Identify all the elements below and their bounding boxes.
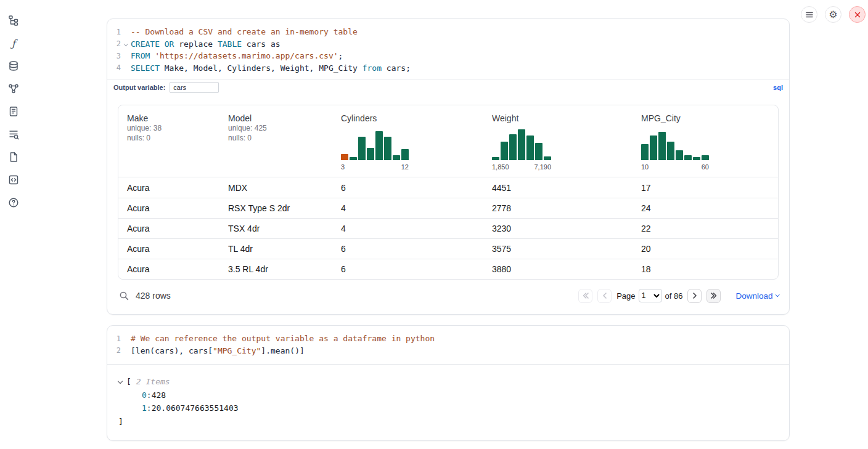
line-number: 2 xyxy=(107,39,121,48)
table-cell: Acura xyxy=(118,219,219,238)
double-chevron-left-icon xyxy=(581,291,590,300)
table-cell: Acura xyxy=(118,259,219,279)
language-badge[interactable]: sql xyxy=(773,84,783,91)
table-cell: TSX 4dr xyxy=(219,219,332,238)
variables-icon[interactable]: ƒ xyxy=(6,36,21,51)
token-comment: # We can reference the output variable a… xyxy=(131,334,435,343)
line-number: 3 xyxy=(107,52,121,60)
tree-entry-key: 0 xyxy=(142,389,147,402)
download-button[interactable]: Download xyxy=(735,291,779,301)
first-page-button[interactable] xyxy=(578,289,592,303)
column-label[interactable]: Model xyxy=(228,113,332,123)
code-text[interactable]: -- Download a CSV and create an in-memor… xyxy=(131,27,358,36)
histogram-bar[interactable] xyxy=(509,134,517,160)
token-plain: cars as xyxy=(242,39,280,49)
fold-indicator[interactable] xyxy=(121,42,131,46)
histogram-bar[interactable] xyxy=(384,137,391,160)
histogram-bar[interactable] xyxy=(350,157,357,160)
table-cell: TL 4dr xyxy=(219,239,332,259)
token-plain: [len(cars), cars[ xyxy=(131,346,213,355)
hist-min-label: 10 xyxy=(641,163,649,171)
column-label[interactable]: MPG_City xyxy=(641,113,778,123)
previous-page-button[interactable] xyxy=(597,289,612,303)
histogram-bar[interactable] xyxy=(693,157,700,160)
table-cell: 24 xyxy=(633,198,778,218)
column-header-cylinders: Cylinders312 xyxy=(332,113,483,171)
histogram-bar[interactable] xyxy=(526,136,534,160)
documentation-icon[interactable] xyxy=(6,150,21,164)
datasources-icon[interactable] xyxy=(6,59,21,73)
table-row[interactable]: AcuraTL 4dr6357520 xyxy=(118,238,778,259)
row-count: 428 rows xyxy=(136,291,171,301)
token-keyword: TABLE xyxy=(218,39,242,49)
table-of-contents-icon[interactable] xyxy=(6,127,21,142)
snippets-icon[interactable] xyxy=(6,172,21,187)
shutdown-button[interactable] xyxy=(849,6,866,23)
table-cell: 4 xyxy=(332,198,483,218)
next-page-button[interactable] xyxy=(687,289,702,303)
column-header-mpg_city: MPG_City1060 xyxy=(633,113,778,171)
histogram-bar[interactable] xyxy=(518,129,525,160)
histogram-bar[interactable] xyxy=(501,142,508,160)
last-page-button[interactable] xyxy=(706,289,721,303)
histogram-bar[interactable] xyxy=(341,154,348,160)
python-code-editor[interactable]: 1# We can reference the output variable … xyxy=(107,326,789,365)
histogram-bar[interactable] xyxy=(641,144,649,160)
histogram-bar[interactable] xyxy=(676,150,683,160)
histogram-bar[interactable] xyxy=(544,156,551,160)
histogram-bar[interactable] xyxy=(702,155,709,160)
histogram-bar[interactable] xyxy=(358,137,366,160)
table-row[interactable]: Acura3.5 RL 4dr6388018 xyxy=(118,259,778,279)
scratchpad-icon[interactable] xyxy=(6,104,21,119)
histogram-bar[interactable] xyxy=(667,142,674,160)
table-cell: 4451 xyxy=(483,177,633,198)
code-text[interactable]: CREATE OR replace TABLE cars as xyxy=(131,39,280,49)
column-label[interactable]: Weight xyxy=(492,113,633,123)
histogram-bar[interactable] xyxy=(684,155,692,160)
histogram-bar[interactable] xyxy=(658,132,666,160)
code-text[interactable]: [len(cars), cars["MPG_City"].mean()] xyxy=(131,346,305,355)
table-row[interactable]: AcuraTSX 4dr4323022 xyxy=(118,218,778,238)
pagination: Page 1 of 86 Download xyxy=(578,289,779,303)
token-plain: ].mean()] xyxy=(261,346,304,355)
table-cell: 17 xyxy=(633,177,778,198)
histogram-bar[interactable] xyxy=(393,155,400,160)
table-row[interactable]: AcuraMDX6445117 xyxy=(118,177,778,198)
sql-cell: 1-- Download a CSV and create an in-memo… xyxy=(107,18,790,315)
page-total-label: of 86 xyxy=(665,291,683,301)
table-row[interactable]: AcuraRSX Type S 2dr4277824 xyxy=(118,198,778,218)
dependency-graph-icon[interactable] xyxy=(6,81,21,96)
tree-entry-value: 428 xyxy=(152,389,166,402)
sql-code-editor[interactable]: 1-- Download a CSV and create an in-memo… xyxy=(107,19,789,79)
column-label[interactable]: Make xyxy=(127,113,219,123)
column-stat: unique: 425 xyxy=(228,123,332,133)
token-plain: Make, Model, Cylinders, Weight, MPG_City xyxy=(160,63,362,73)
code-text[interactable]: FROM 'https://datasets.marimo.app/cars.c… xyxy=(131,51,343,60)
search-button[interactable] xyxy=(119,291,129,301)
histogram-bar[interactable] xyxy=(367,148,374,160)
table-header-row: Makeunique: 38nulls: 0Modelunique: 425nu… xyxy=(118,105,778,177)
histogram-bar[interactable] xyxy=(401,149,409,160)
tree-entry-value: 20.060747663551403 xyxy=(152,402,239,415)
table-footer: 428 rows Page 1 of 86 xyxy=(118,285,779,306)
output-variable-input[interactable] xyxy=(170,82,219,93)
file-explorer-icon[interactable] xyxy=(6,13,21,28)
code-line: 1-- Download a CSV and create an in-memo… xyxy=(107,26,789,38)
token-plain: ; xyxy=(338,51,343,60)
code-text[interactable]: # We can reference the output variable a… xyxy=(131,334,435,343)
column-label[interactable]: Cylinders xyxy=(341,113,483,123)
histogram-bar[interactable] xyxy=(535,143,542,160)
help-icon[interactable] xyxy=(6,195,21,210)
page-select[interactable]: 1 xyxy=(639,289,662,302)
column-header-weight: Weight1,8507,190 xyxy=(483,113,633,171)
table-cell: 4 xyxy=(332,219,483,238)
histogram-bar[interactable] xyxy=(375,131,383,160)
menu-button[interactable] xyxy=(801,6,817,23)
column-header-model: Modelunique: 425nulls: 0 xyxy=(219,113,332,171)
histogram-bar[interactable] xyxy=(650,136,657,160)
settings-button[interactable]: ⚙ xyxy=(825,6,841,23)
histogram-range: 1,8507,190 xyxy=(492,163,551,171)
collapse-chevron-icon[interactable] xyxy=(118,381,126,383)
code-text[interactable]: SELECT Make, Model, Cylinders, Weight, M… xyxy=(131,63,411,73)
histogram-bar[interactable] xyxy=(492,157,499,160)
